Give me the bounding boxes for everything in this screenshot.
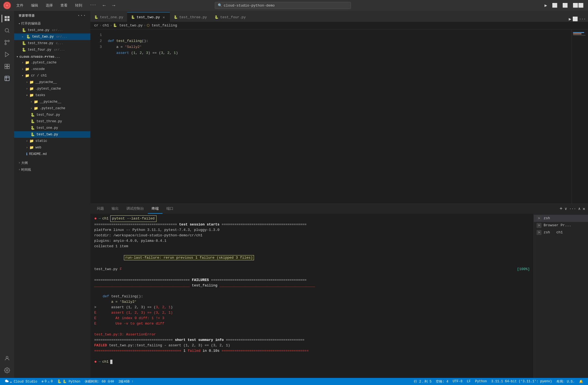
tree-pycache-2[interactable]: › 📁 __pycache__: [14, 99, 90, 105]
code-editor[interactable]: 1 2 3 def test_failing(): a = 'Sally2' a…: [90, 29, 588, 204]
tree-cr-ch1[interactable]: ▾ 📁 cr / ch1: [14, 72, 90, 79]
project-section[interactable]: ▾ CLOUD-STUDIO-PYTHO...: [14, 53, 90, 59]
status-cpu[interactable]: 2核4GB ↑: [116, 378, 136, 385]
activity-explorer[interactable]: [2, 13, 13, 24]
split-editor[interactable]: ⬜: [551, 2, 559, 9]
tree-pytest-cache-2[interactable]: › 📁 .pytest_cache: [14, 85, 90, 92]
menu-select[interactable]: 选择: [45, 2, 54, 8]
tree-test-three[interactable]: 🐍 test_three.py: [14, 118, 90, 125]
search-bar[interactable]: 🔍 cloud-studio-python-demo: [215, 2, 351, 9]
timeline-section[interactable]: › 时间线: [14, 166, 90, 173]
status-encoding[interactable]: UTF-8: [451, 378, 465, 385]
breadcrumb-ch1[interactable]: ch1: [103, 23, 109, 28]
split-icon[interactable]: ⬜: [572, 16, 578, 22]
tree-item-label: static: [35, 139, 47, 143]
tree-item-label: cr / ch1: [31, 74, 47, 78]
panel-tab-output[interactable]: 输出: [108, 204, 122, 214]
open-file-test-three[interactable]: 🐍 test_three.py c...: [14, 40, 90, 47]
terminal-zsh[interactable]: > zsh: [534, 215, 588, 222]
tree-tasks[interactable]: ▾ 📁 tasks: [14, 92, 90, 99]
new-terminal-icon[interactable]: +: [559, 206, 562, 212]
panel-tab-problems[interactable]: 问题: [93, 204, 108, 214]
tab-test-three[interactable]: 🐍 test_three.py: [170, 12, 211, 22]
panel-more-icon[interactable]: ···: [569, 207, 576, 211]
terminal-icon: >: [537, 223, 541, 228]
tree-pytest-cache-3[interactable]: › 📁 .pytest_cache: [14, 105, 90, 112]
status-layout[interactable]: 布局: U.S.: [554, 378, 577, 385]
status-row-col[interactable]: 行 2，列 5: [412, 378, 434, 385]
status-errors[interactable]: ⊗ 0 ⚠ 0: [39, 378, 55, 385]
open-editors-section[interactable]: ▾ 打开的编辑器: [14, 20, 90, 27]
run-icon[interactable]: ▶: [569, 16, 571, 22]
menu-file[interactable]: 文件: [15, 2, 24, 8]
panel-tab-debug[interactable]: 调试控制台: [122, 204, 148, 214]
split-terminal-icon[interactable]: ∨: [565, 206, 567, 211]
tab-label: test_one.py: [100, 15, 123, 19]
tree-pycache-1[interactable]: › 📁 __pycache__: [14, 79, 90, 85]
tree-vscode[interactable]: › 📁 .vscode: [14, 66, 90, 72]
activity-run-debug[interactable]: [2, 49, 13, 60]
layout-button[interactable]: ⬜: [561, 2, 569, 9]
python-icon: 🐍: [174, 15, 178, 19]
tree-item-label: web: [35, 146, 41, 149]
open-file-test-two[interactable]: ✕ 🐍 test_two.py cr/...: [14, 33, 90, 40]
close-icon[interactable]: ✕: [22, 35, 23, 38]
tab-test-one[interactable]: 🐍 test_one.py: [90, 12, 127, 22]
menu-more[interactable]: ···: [89, 2, 97, 8]
nav-back[interactable]: ←: [102, 3, 107, 8]
close-panel-icon[interactable]: ✕: [583, 206, 585, 212]
terminal-main[interactable]: ● → ch1 pytest --last-failed ===========…: [90, 214, 534, 378]
outline-section[interactable]: › 大纲: [14, 160, 90, 166]
tab-close-icon[interactable]: ✕: [162, 15, 166, 19]
activity-search[interactable]: [2, 25, 13, 36]
menu-edit[interactable]: 编辑: [30, 2, 39, 8]
open-editors-label: 打开的编辑器: [21, 21, 41, 26]
status-line-ending[interactable]: LF: [465, 378, 473, 385]
status-cloud-studio[interactable]: ☁ Cloud Studio: [3, 378, 39, 385]
tree-pytest-cache-1[interactable]: › 📁 .pytest_cache: [14, 59, 90, 66]
tree-static[interactable]: › 📁 static: [14, 138, 90, 144]
status-notification[interactable]: 🔔: [577, 378, 585, 385]
terminal-zsh-ch1[interactable]: > zsh ch1: [534, 229, 588, 236]
status-python[interactable]: 🐍 🐍 Python: [55, 378, 82, 385]
spaces-label: 空格: 4: [436, 379, 448, 384]
activity-testing[interactable]: [2, 73, 13, 84]
open-file-test-four[interactable]: 🐍 test_four.py cr/...: [14, 47, 90, 53]
breadcrumb-file[interactable]: 🐍 test_two.py: [113, 23, 143, 28]
terminal-output-fail-header: ________________________________________…: [90, 283, 534, 288]
breadcrumb-cr[interactable]: cr: [94, 23, 99, 28]
tab-test-two[interactable]: 🐍 test_two.py ✕: [127, 12, 170, 22]
terminal-browser[interactable]: > Browser Pr...: [534, 222, 588, 229]
sidebar-more-icon[interactable]: ···: [77, 13, 86, 18]
status-spaces[interactable]: 空格: 4: [434, 378, 451, 385]
status-idle[interactable]: 休眠时间: 60 分钟: [82, 378, 116, 385]
open-file-test-one[interactable]: 🐍 test_one.py cr/...: [14, 27, 90, 33]
maximize-panel-icon[interactable]: ∧: [578, 206, 580, 211]
tree-readme[interactable]: ℹ README.md: [14, 151, 90, 157]
tree-test-four[interactable]: 🐍 test_four.py: [14, 112, 90, 118]
activity-account[interactable]: [2, 353, 13, 364]
activity-source-control[interactable]: [2, 37, 13, 48]
code-content[interactable]: def test_failing(): a = 'Sally2' assert …: [104, 29, 572, 204]
customize-layout[interactable]: ⬜⬜: [572, 2, 585, 9]
status-right: 行 2，列 5 空格: 4 UTF-8 LF Python 3.11.1 64-…: [412, 378, 585, 385]
tab-test-four[interactable]: 🐍 test_four.py: [211, 12, 250, 22]
activity-settings[interactable]: [2, 365, 13, 376]
run-button[interactable]: ▶: [543, 2, 548, 9]
tree-test-one[interactable]: 🐍 test_one.py: [14, 125, 90, 131]
panel-tab-terminal[interactable]: 终端: [148, 204, 163, 214]
folder-icon: 📁: [34, 100, 38, 104]
tree-test-two[interactable]: 🐍 test_two.py: [14, 131, 90, 138]
panel-tab-ports[interactable]: 端口: [163, 204, 177, 214]
menu-view[interactable]: 查看: [59, 2, 69, 8]
nav-forward[interactable]: →: [111, 3, 116, 8]
status-python-version[interactable]: 3.11.1 64-bit ('3.11.1': pyenv): [489, 378, 554, 385]
breadcrumb-symbol[interactable]: ⬡ test_failing: [147, 23, 177, 28]
python-file-icon: 🐍: [30, 132, 35, 137]
tree-web[interactable]: › 📁 web: [14, 144, 90, 151]
status-language[interactable]: Python: [473, 378, 489, 385]
menu-goto[interactable]: 转到: [74, 2, 83, 8]
more-icon[interactable]: ···: [579, 17, 586, 21]
status-bar: ☁ Cloud Studio ⊗ 0 ⚠ 0 🐍 🐍 Python 休眠时间: …: [0, 378, 588, 385]
activity-extensions[interactable]: [2, 61, 13, 72]
